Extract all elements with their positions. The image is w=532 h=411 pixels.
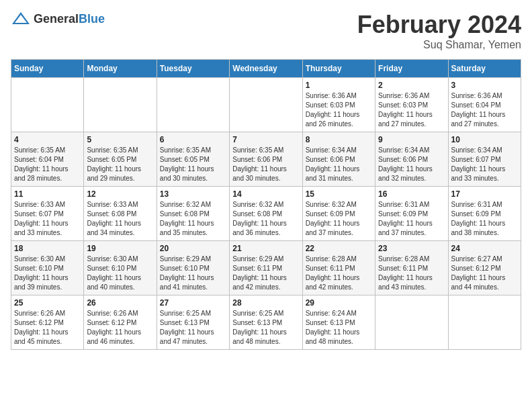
logo-icon <box>11 11 31 27</box>
day-number: 20 <box>160 244 226 253</box>
calendar-cell: 1Sunrise: 6:36 AMSunset: 6:03 PMDaylight… <box>302 78 375 132</box>
calendar-cell: 21Sunrise: 6:29 AMSunset: 6:11 PMDayligh… <box>230 241 302 295</box>
calendar-cell: 23Sunrise: 6:28 AMSunset: 6:11 PMDayligh… <box>375 241 448 295</box>
calendar-cell: 10Sunrise: 6:34 AMSunset: 6:07 PMDayligh… <box>448 132 521 187</box>
calendar-location: Suq Shamar, Yemen <box>357 39 521 51</box>
day-number: 24 <box>451 244 518 253</box>
calendar-cell <box>448 295 521 350</box>
day-number: 9 <box>378 135 445 144</box>
day-info: Sunrise: 6:28 AMSunset: 6:11 PMDaylight:… <box>378 255 445 292</box>
day-number: 12 <box>87 189 153 199</box>
day-number: 28 <box>232 298 299 308</box>
weekday-header-saturday: Saturday <box>448 60 521 78</box>
calendar-cell: 29Sunrise: 6:24 AMSunset: 6:13 PMDayligh… <box>302 295 375 350</box>
day-number: 21 <box>232 244 299 253</box>
calendar-cell: 17Sunrise: 6:31 AMSunset: 6:09 PMDayligh… <box>448 187 521 241</box>
calendar-week-row: 1Sunrise: 6:36 AMSunset: 6:03 PMDaylight… <box>11 78 521 132</box>
day-number: 6 <box>160 135 226 144</box>
calendar-cell: 3Sunrise: 6:36 AMSunset: 6:04 PMDaylight… <box>448 78 521 132</box>
day-number: 4 <box>14 135 81 144</box>
day-number: 8 <box>306 135 372 144</box>
calendar-cell: 9Sunrise: 6:34 AMSunset: 6:06 PMDaylight… <box>375 132 448 187</box>
day-number: 2 <box>378 81 445 90</box>
calendar-cell <box>84 78 157 132</box>
day-number: 19 <box>87 244 153 253</box>
day-info: Sunrise: 6:34 AMSunset: 6:06 PMDaylight:… <box>378 146 445 183</box>
calendar-cell: 8Sunrise: 6:34 AMSunset: 6:06 PMDaylight… <box>302 132 375 187</box>
day-number: 15 <box>306 189 372 199</box>
day-info: Sunrise: 6:34 AMSunset: 6:06 PMDaylight:… <box>306 146 372 183</box>
calendar-header-row: SundayMondayTuesdayWednesdayThursdayFrid… <box>11 60 521 78</box>
calendar-cell: 12Sunrise: 6:33 AMSunset: 6:08 PMDayligh… <box>84 187 157 241</box>
calendar-cell <box>157 78 229 132</box>
day-number: 29 <box>306 298 372 308</box>
calendar-cell: 16Sunrise: 6:31 AMSunset: 6:09 PMDayligh… <box>375 187 448 241</box>
calendar-cell: 5Sunrise: 6:35 AMSunset: 6:05 PMDaylight… <box>84 132 157 187</box>
calendar-cell <box>11 78 84 132</box>
calendar-cell: 11Sunrise: 6:33 AMSunset: 6:07 PMDayligh… <box>11 187 84 241</box>
calendar-cell: 25Sunrise: 6:26 AMSunset: 6:12 PMDayligh… <box>11 295 84 350</box>
calendar-cell: 7Sunrise: 6:35 AMSunset: 6:06 PMDaylight… <box>230 132 302 187</box>
day-info: Sunrise: 6:30 AMSunset: 6:10 PMDaylight:… <box>87 255 153 292</box>
calendar-title: February 2024 <box>357 11 521 39</box>
day-info: Sunrise: 6:26 AMSunset: 6:12 PMDaylight:… <box>87 309 153 347</box>
day-info: Sunrise: 6:34 AMSunset: 6:07 PMDaylight:… <box>451 146 518 183</box>
day-number: 17 <box>451 189 518 199</box>
calendar-week-row: 18Sunrise: 6:30 AMSunset: 6:10 PMDayligh… <box>11 241 521 295</box>
weekday-header-sunday: Sunday <box>11 60 84 78</box>
calendar-cell: 22Sunrise: 6:28 AMSunset: 6:11 PMDayligh… <box>302 241 375 295</box>
day-info: Sunrise: 6:35 AMSunset: 6:06 PMDaylight:… <box>232 146 299 183</box>
calendar-cell <box>230 78 302 132</box>
calendar-cell: 24Sunrise: 6:27 AMSunset: 6:12 PMDayligh… <box>448 241 521 295</box>
logo-text-blue: Blue <box>79 12 105 26</box>
day-number: 18 <box>14 244 81 253</box>
day-info: Sunrise: 6:36 AMSunset: 6:03 PMDaylight:… <box>306 91 372 129</box>
day-number: 22 <box>306 244 372 253</box>
logo: GeneralBlue <box>11 11 105 27</box>
day-info: Sunrise: 6:25 AMSunset: 6:13 PMDaylight:… <box>160 309 226 347</box>
day-number: 27 <box>160 298 226 308</box>
page-header: GeneralBlue February 2024 Suq Shamar, Ye… <box>11 11 521 51</box>
day-info: Sunrise: 6:30 AMSunset: 6:10 PMDaylight:… <box>14 255 81 292</box>
calendar-week-row: 25Sunrise: 6:26 AMSunset: 6:12 PMDayligh… <box>11 295 521 350</box>
day-info: Sunrise: 6:31 AMSunset: 6:09 PMDaylight:… <box>378 200 445 238</box>
calendar-table: SundayMondayTuesdayWednesdayThursdayFrid… <box>11 59 521 350</box>
day-info: Sunrise: 6:32 AMSunset: 6:08 PMDaylight:… <box>160 200 226 238</box>
day-info: Sunrise: 6:32 AMSunset: 6:08 PMDaylight:… <box>232 200 299 238</box>
calendar-cell: 4Sunrise: 6:35 AMSunset: 6:04 PMDaylight… <box>11 132 84 187</box>
day-number: 14 <box>232 189 299 199</box>
calendar-cell: 14Sunrise: 6:32 AMSunset: 6:08 PMDayligh… <box>230 187 302 241</box>
day-info: Sunrise: 6:25 AMSunset: 6:13 PMDaylight:… <box>232 309 299 347</box>
calendar-week-row: 11Sunrise: 6:33 AMSunset: 6:07 PMDayligh… <box>11 187 521 241</box>
calendar-cell: 6Sunrise: 6:35 AMSunset: 6:05 PMDaylight… <box>157 132 229 187</box>
day-number: 1 <box>306 81 372 90</box>
weekday-header-monday: Monday <box>84 60 157 78</box>
day-info: Sunrise: 6:35 AMSunset: 6:05 PMDaylight:… <box>87 146 153 183</box>
weekday-header-friday: Friday <box>375 60 448 78</box>
day-info: Sunrise: 6:24 AMSunset: 6:13 PMDaylight:… <box>306 309 372 347</box>
calendar-cell: 13Sunrise: 6:32 AMSunset: 6:08 PMDayligh… <box>157 187 229 241</box>
weekday-header-wednesday: Wednesday <box>230 60 302 78</box>
day-info: Sunrise: 6:29 AMSunset: 6:11 PMDaylight:… <box>232 255 299 292</box>
day-info: Sunrise: 6:31 AMSunset: 6:09 PMDaylight:… <box>451 200 518 238</box>
calendar-cell: 27Sunrise: 6:25 AMSunset: 6:13 PMDayligh… <box>157 295 229 350</box>
day-info: Sunrise: 6:33 AMSunset: 6:07 PMDaylight:… <box>14 200 81 238</box>
day-info: Sunrise: 6:35 AMSunset: 6:04 PMDaylight:… <box>14 146 81 183</box>
calendar-cell: 26Sunrise: 6:26 AMSunset: 6:12 PMDayligh… <box>84 295 157 350</box>
day-number: 3 <box>451 81 518 90</box>
day-info: Sunrise: 6:27 AMSunset: 6:12 PMDaylight:… <box>451 255 518 292</box>
day-info: Sunrise: 6:32 AMSunset: 6:09 PMDaylight:… <box>306 200 372 238</box>
day-info: Sunrise: 6:35 AMSunset: 6:05 PMDaylight:… <box>160 146 226 183</box>
day-number: 7 <box>232 135 299 144</box>
calendar-cell: 20Sunrise: 6:29 AMSunset: 6:10 PMDayligh… <box>157 241 229 295</box>
calendar-cell: 28Sunrise: 6:25 AMSunset: 6:13 PMDayligh… <box>230 295 302 350</box>
day-number: 13 <box>160 189 226 199</box>
day-info: Sunrise: 6:29 AMSunset: 6:10 PMDaylight:… <box>160 255 226 292</box>
day-number: 16 <box>378 189 445 199</box>
day-info: Sunrise: 6:33 AMSunset: 6:08 PMDaylight:… <box>87 200 153 238</box>
day-number: 25 <box>14 298 81 308</box>
calendar-cell: 15Sunrise: 6:32 AMSunset: 6:09 PMDayligh… <box>302 187 375 241</box>
day-number: 10 <box>451 135 518 144</box>
calendar-cell <box>375 295 448 350</box>
calendar-cell: 19Sunrise: 6:30 AMSunset: 6:10 PMDayligh… <box>84 241 157 295</box>
